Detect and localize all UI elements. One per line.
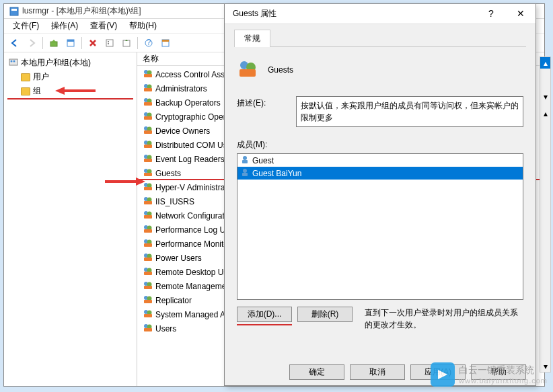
group-icon <box>143 83 153 94</box>
svg-rect-13 <box>9 59 17 65</box>
list-item-label: Device Owners <box>155 126 210 136</box>
help-button[interactable]: ? <box>141 36 156 50</box>
svg-rect-27 <box>144 116 152 120</box>
svg-text:?: ? <box>147 38 151 47</box>
up-button[interactable] <box>46 36 61 50</box>
svg-rect-2 <box>50 42 57 46</box>
svg-rect-5 <box>106 40 113 46</box>
member-name: Guest <box>252 156 274 165</box>
tree-root-label: 本地用户和组(本地) <box>21 57 91 69</box>
svg-rect-18 <box>144 74 152 77</box>
svg-rect-30 <box>144 130 152 134</box>
menu-action[interactable]: 操作(A) <box>46 19 83 33</box>
tree-item-users[interactable]: 用户 <box>7 70 133 84</box>
forward-button[interactable] <box>24 36 39 50</box>
svg-rect-60 <box>144 272 152 275</box>
group-icon <box>143 153 153 165</box>
svg-marker-83 <box>136 178 145 186</box>
list-item-label: Event Log Readers <box>155 155 225 164</box>
dialog-help-button[interactable]: ? <box>476 4 506 23</box>
group-icon <box>143 125 153 136</box>
group-large-icon <box>237 58 258 81</box>
cancel-button[interactable]: 取消 <box>350 364 405 380</box>
members-listbox[interactable]: GuestGuest BaiYun <box>237 153 523 300</box>
group-icon <box>143 97 153 108</box>
list-item-label: IIS_IUSRS <box>155 197 194 206</box>
scroll-down-button[interactable]: ▾ <box>540 91 550 102</box>
group-icon <box>143 266 153 278</box>
svg-rect-0 <box>10 7 18 15</box>
menu-view[interactable]: 查看(V) <box>85 19 122 33</box>
svg-rect-7 <box>108 43 109 44</box>
back-button[interactable] <box>7 36 22 50</box>
svg-rect-12 <box>162 40 169 42</box>
svg-rect-69 <box>144 314 152 317</box>
member-name: Guest BaiYun <box>252 169 301 178</box>
group-icon <box>143 238 153 249</box>
scroll-up-button-2[interactable]: ▴ <box>540 108 550 119</box>
group-icon <box>143 210 153 221</box>
ok-button[interactable]: 确定 <box>289 364 344 380</box>
group-icon <box>143 196 153 207</box>
list-item-label: Backup Operators <box>155 98 221 108</box>
svg-rect-57 <box>144 258 152 261</box>
col-name[interactable]: 名称 <box>143 53 159 65</box>
tree-root[interactable]: 本地用户和组(本地) <box>7 56 133 70</box>
menu-file[interactable]: 文件(F) <box>7 19 44 33</box>
svg-rect-75 <box>239 69 256 77</box>
svg-point-14 <box>11 61 13 63</box>
dialog-close-button[interactable]: ✕ <box>506 4 536 23</box>
member-row[interactable]: Guest <box>237 154 523 167</box>
tree-users-label: 用户 <box>33 71 49 83</box>
tab-general[interactable]: 常规 <box>234 30 270 47</box>
view-button[interactable] <box>158 36 173 50</box>
svg-point-78 <box>243 169 247 173</box>
watermark-logo <box>431 362 455 387</box>
annotation-arrow-1 <box>55 84 96 100</box>
svg-rect-48 <box>144 215 152 219</box>
tree-groups-label: 组 <box>33 85 41 97</box>
svg-rect-51 <box>144 229 152 233</box>
watermark-url: www.baiyunxitong.com <box>459 377 548 385</box>
svg-marker-81 <box>55 87 65 95</box>
add-button[interactable]: 添加(D)... <box>237 307 292 322</box>
folder-icon <box>21 87 30 95</box>
watermark-brand: 白云一键重装系统 <box>459 364 548 377</box>
app-icon <box>9 7 19 16</box>
export-button[interactable] <box>119 36 134 50</box>
svg-rect-63 <box>144 286 152 289</box>
restart-hint: 直到下一次用户登录时对用户的组成员关系的更改才生效。 <box>358 307 523 331</box>
svg-rect-45 <box>144 201 152 204</box>
svg-rect-66 <box>144 300 152 303</box>
properties-button[interactable] <box>63 36 78 50</box>
group-icon <box>143 69 153 80</box>
svg-point-15 <box>13 61 15 63</box>
list-item-label: Power Users <box>155 253 202 263</box>
remove-button[interactable]: 删除(R) <box>297 307 353 322</box>
refresh-button[interactable] <box>102 36 117 50</box>
list-item-label: Guests <box>155 169 181 178</box>
scroll-up-button[interactable]: ▴ <box>540 57 550 69</box>
list-item-label: Replicator <box>155 296 192 305</box>
description-label: 描述(E): <box>237 96 284 109</box>
mgmt-icon <box>9 57 18 69</box>
description-field[interactable]: 按默认值，来宾跟用户组的成员有同等访问权，但来宾帐户的限制更多 <box>296 96 523 127</box>
user-icon <box>240 155 250 166</box>
svg-rect-77 <box>242 160 248 163</box>
svg-rect-6 <box>108 41 109 42</box>
delete-button[interactable] <box>85 36 100 50</box>
svg-rect-33 <box>144 145 152 148</box>
user-icon <box>240 167 250 179</box>
menu-help[interactable]: 帮助(H) <box>124 19 162 33</box>
right-scrollbar[interactable]: ▴ ▾ ▾ ▴ <box>540 56 551 373</box>
svg-rect-79 <box>242 173 248 176</box>
member-row[interactable]: Guest BaiYun <box>237 167 523 180</box>
list-item-label: Administrators <box>155 84 207 93</box>
group-name-label: Guests <box>268 65 293 75</box>
window-title: lusrmgr - [本地用户和组(本地)\组] <box>22 5 141 17</box>
group-icon <box>143 252 153 264</box>
svg-rect-21 <box>144 88 152 91</box>
svg-rect-1 <box>11 9 17 11</box>
svg-rect-36 <box>144 159 152 162</box>
members-label: 成员(M): <box>237 139 523 151</box>
